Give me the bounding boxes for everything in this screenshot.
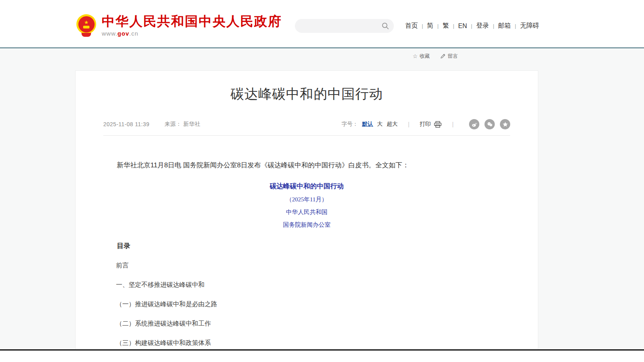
site-url-gov: gov xyxy=(118,30,129,37)
star-outline-icon: ☆ xyxy=(412,53,418,59)
nav-traditional[interactable]: 繁 xyxy=(439,22,453,30)
nav-mail[interactable]: 邮箱 xyxy=(494,22,515,30)
page: ★ 中华人民共和国中央人民政府 www.gov.cn 首页| 简| xyxy=(0,0,644,362)
favorite-label: 收藏 xyxy=(420,53,430,60)
publish-date: 2025-11-08 11:39 xyxy=(103,121,149,127)
document-title: 碳达峰碳中和的中国行动 xyxy=(76,182,538,191)
nav-accessibility[interactable]: 无障碍 xyxy=(516,22,543,30)
printer-icon xyxy=(431,121,442,128)
top-nav: 首页| 简| 繁| EN| 登录| 邮箱| 无障碍 xyxy=(401,22,543,30)
search-icon[interactable] xyxy=(382,22,389,30)
source-value: 新华社 xyxy=(183,121,201,128)
article-card: 碳达峰碳中和的中国行动 2025-11-08 11:39 来源： 新华社 字号：… xyxy=(75,70,538,361)
emblem-gate-shape xyxy=(83,26,89,28)
emblem-star-icon: ★ xyxy=(84,20,89,25)
viewport-bottom-rule xyxy=(0,349,644,362)
article-meta-row: 2025-11-08 11:39 来源： 新华社 字号： 默认 大 超大 | 打… xyxy=(103,119,510,136)
qzone-star-share-icon[interactable] xyxy=(500,119,510,129)
search-box xyxy=(295,19,394,33)
site-header: ★ 中华人民共和国中央人民政府 www.gov.cn 首页| 简| xyxy=(0,0,644,48)
wechat-share-icon[interactable] xyxy=(484,119,495,129)
nav-simplified[interactable]: 简 xyxy=(423,22,437,30)
font-size-label: 字号： xyxy=(342,121,358,128)
print-button[interactable]: 打印 xyxy=(420,121,442,128)
document-org-line-2: 国务院新闻办公室 xyxy=(76,221,538,229)
weibo-share-icon[interactable] xyxy=(469,119,479,129)
document-org-line-1: 中华人民共和国 xyxy=(76,208,538,216)
comment-label: 留言 xyxy=(448,53,458,60)
toc-heading: 目录 xyxy=(103,241,510,250)
pencil-icon xyxy=(440,53,446,59)
font-size-large[interactable]: 大 xyxy=(377,121,383,128)
comment-button[interactable]: 留言 xyxy=(440,53,458,60)
site-url-www: www. xyxy=(102,30,118,37)
font-size-xlarge[interactable]: 超大 xyxy=(387,121,398,128)
article-title: 碳达峰碳中和的中国行动 xyxy=(76,85,538,103)
source-label: 来源： xyxy=(164,121,182,128)
site-title: 中华人民共和国中央人民政府 xyxy=(102,14,282,28)
site-brand[interactable]: ★ 中华人民共和国中央人民政府 www.gov.cn xyxy=(76,14,282,37)
document-date-line: （2025年11月） xyxy=(76,196,538,203)
toc-item-1-3: （三）构建碳达峰碳中和政策体系 xyxy=(103,339,510,347)
nav-login[interactable]: 登录 xyxy=(472,22,493,30)
nav-home[interactable]: 首页 xyxy=(401,22,422,30)
toc-item-1-1: （一）推进碳达峰碳中和是必由之路 xyxy=(103,300,510,309)
lead-paragraph: 新华社北京11月8日电 国务院新闻办公室8日发布《碳达峰碳中和的中国行动》白皮书… xyxy=(103,160,510,171)
print-label: 打印 xyxy=(420,121,431,128)
national-emblem-icon: ★ xyxy=(76,14,96,34)
toc-item-preface: 前言 xyxy=(103,262,510,270)
toc-item-1-2: （二）系统推进碳达峰碳中和工作 xyxy=(103,320,510,328)
nav-english[interactable]: EN xyxy=(454,23,471,30)
meta-separator: | xyxy=(408,121,410,127)
quick-links: ☆ 收藏 留言 xyxy=(412,53,458,60)
site-url: www.gov.cn xyxy=(102,30,282,37)
toc-item-1: 一、坚定不移推进碳达峰碳中和 xyxy=(103,281,510,289)
favorite-button[interactable]: ☆ 收藏 xyxy=(412,53,430,60)
content-zone: ☆ 收藏 留言 碳达峰碳中和的中国行动 2025-11-08 11:39 来源： xyxy=(0,48,644,361)
search-input[interactable] xyxy=(295,19,382,33)
font-size-default[interactable]: 默认 xyxy=(362,121,373,128)
site-url-cn: .cn xyxy=(129,30,139,37)
meta-separator: | xyxy=(452,121,454,127)
